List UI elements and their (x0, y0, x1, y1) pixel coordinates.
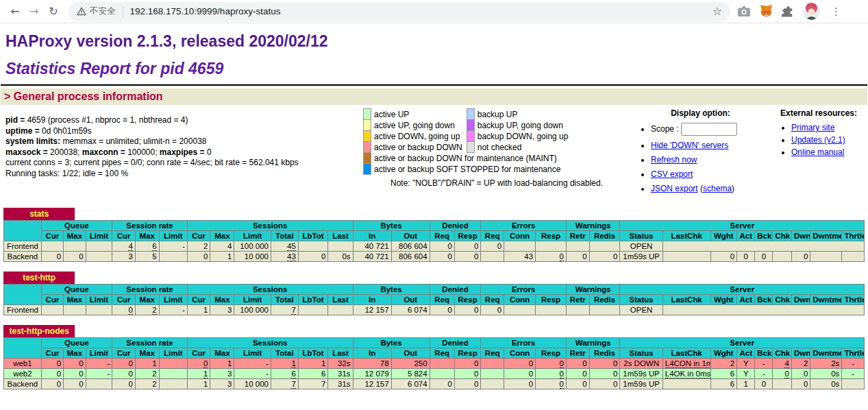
col-header-wredis: Redis (589, 231, 620, 241)
col-header-sess-cur: Cur (187, 348, 210, 359)
col-group-server: Server (620, 221, 865, 231)
proxy-table-test-http-nodes: test-http-nodesQueueSession rateSessions… (3, 325, 865, 389)
primary-site-link[interactable]: Primary site (791, 123, 834, 132)
cell-dresp: 0 (454, 241, 481, 252)
cell-wredis: 0 (589, 252, 620, 262)
cell-qlimit: - (86, 359, 112, 369)
col-group-session-rate: Session rate (112, 338, 188, 348)
col-group-warnings: Warnings (566, 221, 619, 231)
cell-name: web1 (4, 359, 42, 369)
cell-bytes-out: 250 (391, 359, 430, 369)
col-header-rate-cur: Cur (112, 348, 136, 359)
col-group-errors: Errors (481, 221, 567, 231)
metamask-extension-icon[interactable] (759, 3, 773, 20)
toolbar-right: ⋮ (737, 3, 844, 20)
cell-weight: 6 (710, 379, 737, 389)
col-header-rate-cur: Cur (112, 231, 136, 241)
cell-dwntme: 2s (810, 359, 842, 369)
cell-weight: 6 (710, 369, 737, 379)
col-header-eresp: Resp (536, 295, 567, 305)
reload-button[interactable]: ↻ (44, 2, 63, 21)
cell-qcur: 0 (41, 379, 63, 389)
status-legend: active UP backup UP active UP, going dow… (363, 106, 630, 198)
cell-sess-max: 3 (210, 305, 234, 315)
col-header-wretr: Retr (566, 231, 589, 241)
col-header-wretr: Retr (566, 348, 589, 359)
updates-link[interactable]: Updates (v2.1) (791, 135, 845, 145)
cell-sess-limit: 100 000 (234, 305, 271, 315)
cell-bytes-in: 40 721 (353, 252, 391, 262)
col-header-dwntme: Dwntme (810, 348, 842, 359)
hide-down-servers-link[interactable]: Hide 'DOWN' servers (651, 141, 728, 150)
external-resources-panel: External resources: Primary site Updates… (771, 106, 867, 198)
col-header-status: Status (620, 231, 662, 241)
cell-qmax: 0 (64, 359, 86, 369)
cell-ereq (481, 252, 504, 262)
cell-sess-limit: 10 000 (234, 379, 271, 389)
cell-lbtot: 6 (298, 369, 328, 379)
cell-lbtot (298, 241, 328, 252)
cell-eresp (536, 305, 567, 315)
legend-label: active or backup DOWN for maintenance (M… (371, 153, 573, 164)
cell-wretr (566, 305, 589, 315)
current-conns-line: current conns = 3; current pipes = 0/0; … (5, 158, 363, 169)
col-group-queue: Queue (41, 285, 112, 295)
cell-qcur: 0 (41, 359, 63, 369)
col-header-econ: Conn (504, 295, 536, 305)
cell-dreq: 0 (430, 379, 454, 389)
cell-dreq: 0 (430, 252, 454, 262)
col-group-server: Server (620, 338, 865, 348)
cell-dwntme: 0s (810, 369, 842, 379)
cell-qmax (64, 241, 86, 252)
col-header-throttle: Thrtle (842, 295, 865, 305)
legend-swatch-softstop (364, 164, 371, 175)
address-bar[interactable]: 不安全 192.168.175.10:9999/haproxy-status ☆ (69, 2, 730, 21)
security-label: 不安全 (90, 5, 116, 17)
primary-site-item: Primary site (791, 123, 867, 132)
display-option-title: Display option: (630, 108, 771, 118)
col-group-server: Server (620, 285, 865, 295)
json-schema-link[interactable]: schema (703, 184, 732, 193)
cell-dreq: 0 (430, 241, 454, 252)
cell-last (328, 305, 353, 315)
not-secure-chip[interactable]: 不安全 (77, 5, 116, 17)
title-spacer (75, 325, 865, 337)
chrome-menu-icon[interactable]: ⋮ (828, 5, 844, 18)
cell-dresp: 0 (454, 379, 481, 389)
legend-swatch-active-going-down (364, 120, 371, 131)
cell-bytes-out: 806 604 (391, 241, 430, 252)
bookmark-star-icon[interactable]: ☆ (711, 5, 723, 18)
divider (1, 84, 867, 86)
col-header-lbtot: LbTot (298, 348, 328, 359)
haproxy-version-link[interactable]: HAProxy version 2.1.3, released 2020/02/… (5, 32, 328, 50)
forward-button[interactable]: → (25, 2, 44, 21)
extensions-puzzle-icon[interactable] (782, 3, 795, 20)
json-export-link[interactable]: JSON export (651, 184, 698, 193)
cell-rate-limit: - (159, 241, 187, 252)
col-group-queue: Queue (41, 338, 112, 348)
screenshot-extension-icon[interactable] (737, 3, 751, 20)
cell-sess-max: 1 (210, 359, 234, 369)
col-header-act: Act (737, 348, 755, 359)
csv-export-link[interactable]: CSV export (651, 169, 693, 179)
proxy-table-test-http: test-httpQueueSession rateSessionsBytesD… (3, 272, 865, 315)
legend-label: not checked (474, 142, 572, 153)
cell-eresp: 0 (536, 369, 567, 379)
col-header-status: Status (620, 295, 662, 305)
col-header-dwntme: Dwntme (810, 295, 842, 305)
col-header-weight: Wght (710, 348, 737, 359)
col-header-dwn: Dwn (791, 295, 810, 305)
back-button[interactable]: ← (5, 2, 25, 21)
corner-cell (4, 285, 42, 305)
profile-avatar[interactable] (803, 3, 820, 20)
col-header-sess-cur: Cur (187, 295, 210, 305)
refresh-now-link[interactable]: Refresh now (651, 155, 697, 165)
scope-input[interactable] (681, 123, 737, 136)
scope-item: Scope : (651, 123, 771, 136)
cell-eresp: 0 (536, 379, 567, 389)
url-text[interactable]: 192.168.175.10:9999/haproxy-status (130, 6, 711, 16)
col-header-ereq: Req (481, 295, 504, 305)
online-manual-link[interactable]: Online manual (791, 147, 844, 157)
cell-lbtot (298, 305, 328, 315)
cell-ereq: 0 (481, 305, 504, 315)
